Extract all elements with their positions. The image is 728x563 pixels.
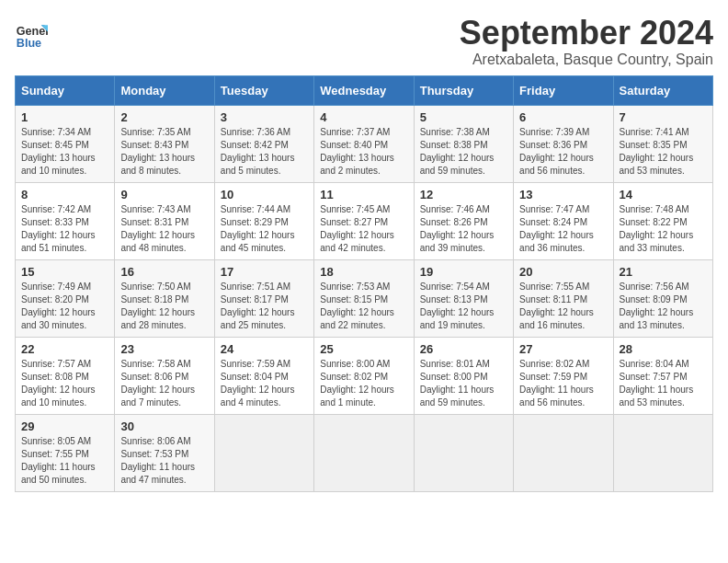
day-info: Sunrise: 7:45 AM Sunset: 8:27 PM Dayligh… [320,203,407,255]
calendar-cell: 5Sunrise: 7:38 AM Sunset: 8:38 PM Daylig… [414,105,513,182]
day-number: 7 [620,110,707,124]
calendar-cell: 3Sunrise: 7:36 AM Sunset: 8:42 PM Daylig… [214,105,313,182]
day-info: Sunrise: 7:46 AM Sunset: 8:26 PM Dayligh… [420,203,507,255]
day-info: Sunrise: 8:05 AM Sunset: 7:55 PM Dayligh… [21,435,108,487]
calendar-week-2: 8Sunrise: 7:42 AM Sunset: 8:33 PM Daylig… [16,182,713,259]
calendar-cell: 26Sunrise: 8:01 AM Sunset: 8:00 PM Dayli… [414,337,513,414]
day-info: Sunrise: 7:34 AM Sunset: 8:45 PM Dayligh… [21,126,108,178]
col-header-monday: Monday [115,75,214,105]
day-number: 8 [21,188,108,201]
day-number: 14 [620,188,707,201]
calendar-cell: 23Sunrise: 7:58 AM Sunset: 8:06 PM Dayli… [115,337,214,414]
day-number: 16 [120,265,208,279]
col-header-thursday: Thursday [414,75,513,105]
calendar-cell [214,414,313,491]
svg-text:Blue: Blue [17,37,41,50]
day-number: 26 [420,342,507,356]
col-header-tuesday: Tuesday [214,75,313,105]
calendar-week-4: 22Sunrise: 7:57 AM Sunset: 8:08 PM Dayli… [16,337,713,414]
day-info: Sunrise: 7:42 AM Sunset: 8:33 PM Dayligh… [21,203,108,255]
calendar-cell: 12Sunrise: 7:46 AM Sunset: 8:26 PM Dayli… [414,182,513,259]
day-number: 25 [320,342,407,356]
calendar-cell: 15Sunrise: 7:49 AM Sunset: 8:20 PM Dayli… [16,259,115,337]
day-number: 18 [320,265,407,279]
calendar-cell: 10Sunrise: 7:44 AM Sunset: 8:29 PM Dayli… [214,182,313,259]
day-info: Sunrise: 7:56 AM Sunset: 8:09 PM Dayligh… [620,281,707,332]
day-info: Sunrise: 8:00 AM Sunset: 8:02 PM Dayligh… [320,358,407,409]
day-info: Sunrise: 7:44 AM Sunset: 8:29 PM Dayligh… [221,203,308,255]
day-number: 30 [120,419,208,433]
calendar-cell: 9Sunrise: 7:43 AM Sunset: 8:31 PM Daylig… [115,182,214,259]
day-info: Sunrise: 7:50 AM Sunset: 8:18 PM Dayligh… [120,281,208,332]
location-subtitle: Aretxabaleta, Basque Country, Spain [460,52,713,68]
calendar-cell: 24Sunrise: 7:59 AM Sunset: 8:04 PM Dayli… [214,337,313,414]
calendar-cell: 14Sunrise: 7:48 AM Sunset: 8:22 PM Dayli… [613,182,712,259]
day-number: 20 [519,265,607,279]
calendar-cell: 22Sunrise: 7:57 AM Sunset: 8:08 PM Dayli… [16,337,115,414]
calendar-cell: 20Sunrise: 7:55 AM Sunset: 8:11 PM Dayli… [514,259,613,337]
title-area: September 2024 Aretxabaleta, Basque Coun… [460,15,713,68]
day-info: Sunrise: 7:57 AM Sunset: 8:08 PM Dayligh… [21,358,108,409]
calendar-cell: 21Sunrise: 7:56 AM Sunset: 8:09 PM Dayli… [613,259,712,337]
calendar-cell: 28Sunrise: 8:04 AM Sunset: 7:57 PM Dayli… [613,337,712,414]
month-title: September 2024 [460,15,713,52]
calendar-cell: 11Sunrise: 7:45 AM Sunset: 8:27 PM Dayli… [314,182,414,259]
calendar-cell: 30Sunrise: 8:06 AM Sunset: 7:53 PM Dayli… [115,414,214,491]
calendar-cell: 27Sunrise: 8:02 AM Sunset: 7:59 PM Dayli… [514,337,613,414]
day-number: 9 [120,188,208,201]
day-info: Sunrise: 7:51 AM Sunset: 8:17 PM Dayligh… [221,281,308,332]
calendar-cell: 1Sunrise: 7:34 AM Sunset: 8:45 PM Daylig… [16,105,115,182]
calendar-cell: 16Sunrise: 7:50 AM Sunset: 8:18 PM Dayli… [115,259,214,337]
day-info: Sunrise: 7:55 AM Sunset: 8:11 PM Dayligh… [519,281,607,332]
day-number: 10 [221,188,308,201]
col-header-sunday: Sunday [16,75,115,105]
day-number: 5 [420,110,507,124]
day-number: 15 [21,265,108,279]
day-number: 23 [120,342,208,356]
col-header-friday: Friday [514,75,613,105]
calendar-cell: 29Sunrise: 8:05 AM Sunset: 7:55 PM Dayli… [16,414,115,491]
calendar-week-3: 15Sunrise: 7:49 AM Sunset: 8:20 PM Dayli… [16,259,713,337]
day-number: 13 [519,188,607,201]
day-info: Sunrise: 7:41 AM Sunset: 8:35 PM Dayligh… [620,126,707,178]
day-number: 6 [519,110,607,124]
day-number: 29 [21,419,108,433]
day-number: 11 [320,188,407,201]
calendar-cell [314,414,414,491]
calendar-cell: 2Sunrise: 7:35 AM Sunset: 8:43 PM Daylig… [115,105,214,182]
logo: General Blue [15,18,48,52]
day-number: 24 [221,342,308,356]
day-info: Sunrise: 7:35 AM Sunset: 8:43 PM Dayligh… [120,126,208,178]
day-number: 19 [420,265,507,279]
calendar-cell: 8Sunrise: 7:42 AM Sunset: 8:33 PM Daylig… [16,182,115,259]
calendar-cell: 19Sunrise: 7:54 AM Sunset: 8:13 PM Dayli… [414,259,513,337]
day-number: 4 [320,110,407,124]
day-info: Sunrise: 7:37 AM Sunset: 8:40 PM Dayligh… [320,126,407,178]
day-info: Sunrise: 7:39 AM Sunset: 8:36 PM Dayligh… [519,126,607,178]
day-number: 27 [519,342,607,356]
day-info: Sunrise: 7:54 AM Sunset: 8:13 PM Dayligh… [420,281,507,332]
calendar-week-1: 1Sunrise: 7:34 AM Sunset: 8:45 PM Daylig… [16,105,713,182]
day-number: 3 [221,110,308,124]
day-info: Sunrise: 7:58 AM Sunset: 8:06 PM Dayligh… [120,358,208,409]
day-info: Sunrise: 8:06 AM Sunset: 7:53 PM Dayligh… [120,435,208,487]
col-header-saturday: Saturday [613,75,712,105]
calendar-cell: 13Sunrise: 7:47 AM Sunset: 8:24 PM Dayli… [514,182,613,259]
day-info: Sunrise: 7:53 AM Sunset: 8:15 PM Dayligh… [320,281,407,332]
calendar-cell: 18Sunrise: 7:53 AM Sunset: 8:15 PM Dayli… [314,259,414,337]
calendar-cell: 25Sunrise: 8:00 AM Sunset: 8:02 PM Dayli… [314,337,414,414]
col-header-wednesday: Wednesday [314,75,414,105]
calendar-cell: 4Sunrise: 7:37 AM Sunset: 8:40 PM Daylig… [314,105,414,182]
day-info: Sunrise: 7:47 AM Sunset: 8:24 PM Dayligh… [519,203,607,255]
calendar-cell [414,414,513,491]
calendar-cell: 6Sunrise: 7:39 AM Sunset: 8:36 PM Daylig… [514,105,613,182]
calendar-week-5: 29Sunrise: 8:05 AM Sunset: 7:55 PM Dayli… [16,414,713,491]
day-number: 22 [21,342,108,356]
calendar-cell [514,414,613,491]
day-number: 28 [620,342,707,356]
calendar-cell: 7Sunrise: 7:41 AM Sunset: 8:35 PM Daylig… [613,105,712,182]
day-info: Sunrise: 7:48 AM Sunset: 8:22 PM Dayligh… [620,203,707,255]
day-number: 17 [221,265,308,279]
day-info: Sunrise: 8:01 AM Sunset: 8:00 PM Dayligh… [420,358,507,409]
logo-icon: General Blue [15,18,48,52]
